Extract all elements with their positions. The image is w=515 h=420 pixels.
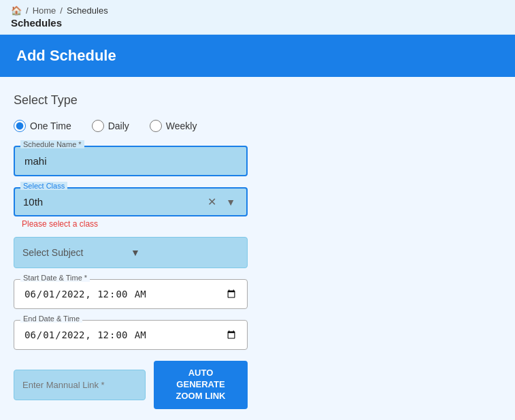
top-bar: 🏠 / Home / Schedules Schedules [0,0,515,35]
radio-daily[interactable]: Daily [92,120,129,132]
select-subject-placeholder: Select Subject [22,247,131,258]
end-datetime-group: End Date & Time [14,320,248,350]
select-class-actions: ✕ ▼ [205,195,238,208]
header-banner: Add Schedule [0,35,515,77]
radio-weekly[interactable]: Weekly [150,120,197,132]
start-datetime-group: Start Date & Time * [14,279,248,309]
section-title: Select Type [14,93,501,108]
select-class-wrapper: Select Class ✕ ▼ [14,187,248,216]
manual-link-input[interactable] [14,370,146,400]
auto-generate-button[interactable]: AUTO GENERATE ZOOM LINK [154,361,248,409]
radio-daily-input[interactable] [92,120,104,132]
home-icon: 🏠 [11,5,22,16]
radio-weekly-label: Weekly [166,120,197,131]
page-title: Schedules [11,17,504,29]
breadcrumb: 🏠 / Home / Schedules [11,5,504,16]
breadcrumb-current: Schedules [67,5,108,16]
select-class-inner: ✕ ▼ [14,187,248,216]
end-datetime-label: End Date & Time [20,314,82,323]
start-datetime-input[interactable] [14,279,248,309]
radio-weekly-input[interactable] [150,120,162,132]
select-class-label: Select Class [20,182,67,190]
header-title: Add Schedule [16,47,499,65]
breadcrumb-separator-1: / [26,5,29,16]
radio-daily-label: Daily [108,120,129,131]
select-class-input[interactable] [23,196,205,208]
end-datetime-input[interactable] [14,320,248,350]
start-datetime-label: Start Date & Time * [20,274,90,282]
select-subject-dropdown[interactable]: Select Subject ▼ [14,237,248,268]
schedule-name-label: Schedule Name * [20,140,84,148]
radio-group: One Time Daily Weekly [14,120,501,132]
radio-one-time-label: One Time [30,120,71,131]
radio-one-time-input[interactable] [14,120,26,132]
schedule-name-input[interactable] [14,146,248,176]
radio-one-time[interactable]: One Time [14,120,71,132]
select-class-clear-button[interactable]: ✕ [205,195,219,208]
breadcrumb-home-link[interactable]: Home [33,5,56,16]
breadcrumb-separator-2: / [60,5,63,16]
main-content: Select Type One Time Daily Weekly Schedu… [0,77,515,420]
schedule-name-group: Schedule Name * [14,146,248,176]
select-class-error: Please select a class [22,219,501,229]
bottom-row: AUTO GENERATE ZOOM LINK [14,361,248,409]
select-class-dropdown-button[interactable]: ▼ [223,197,238,208]
select-subject-wrapper: Select Subject ▼ [14,237,248,268]
select-subject-arrow-icon: ▼ [131,247,239,258]
